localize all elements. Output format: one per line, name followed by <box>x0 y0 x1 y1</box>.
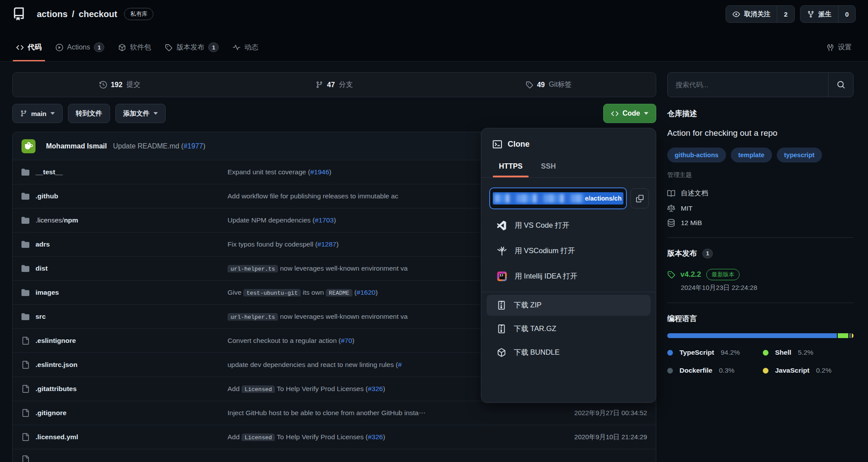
repo-name-link[interactable]: checkout <box>79 9 117 19</box>
manage-topics-link[interactable]: 管理主题 <box>667 171 854 179</box>
chevron-down-icon <box>50 112 55 115</box>
branch-icon <box>316 81 323 88</box>
unwatch-button[interactable]: 取消关注 2 <box>726 5 794 23</box>
tab-ssh[interactable]: SSH <box>541 155 556 177</box>
clone-header: Clone <box>481 128 656 149</box>
code-chip: Licensed <box>242 385 275 393</box>
license-link[interactable]: MIT <box>667 205 854 212</box>
open-with-item[interactable]: IJ用 Intellij IDEA 打开 <box>481 264 656 289</box>
commit-message[interactable]: Add Licensed To Help Verify Prod License… <box>228 433 542 441</box>
terminal-icon <box>493 140 502 149</box>
tab-actions-label: Actions <box>67 43 90 51</box>
visibility-badge: 私有库 <box>124 8 153 20</box>
branch-selector[interactable]: main <box>12 104 63 123</box>
add-file-button[interactable]: 添加文件 <box>115 104 166 123</box>
watchers-count[interactable]: 2 <box>777 6 794 22</box>
goto-file-button[interactable]: 转到文件 <box>68 104 110 123</box>
code-button[interactable]: Code <box>603 104 656 123</box>
table-row[interactable]: .gitignoreInject GitHub host to be able … <box>13 401 656 425</box>
search-input[interactable] <box>668 73 828 97</box>
entry-name[interactable]: .eslintignore <box>36 337 228 345</box>
description-heading: 仓库描述 <box>667 109 854 119</box>
table-row[interactable]: .licensed.ymlAdd Licensed To Help Verify… <box>13 425 656 449</box>
copy-url-button[interactable] <box>630 188 649 208</box>
entry-name[interactable]: .licenses/npm <box>36 216 228 224</box>
topic-chip[interactable]: template <box>731 148 772 162</box>
pr-link[interactable]: #70 <box>341 337 352 344</box>
tags-stat[interactable]: 49 Git标签 <box>441 80 656 89</box>
vscode-icon <box>497 221 507 230</box>
clone-dropdown: Clone HTTPS SSH e/actions/ch 用 VS Code 打… <box>481 128 656 403</box>
commit-message[interactable]: Inject GitHub host to be able to clone f… <box>228 409 542 417</box>
open-with-item[interactable]: 用 VSCodium 打开 <box>481 238 656 264</box>
download-item[interactable]: 下载 BUNDLE <box>487 342 651 363</box>
pr-link[interactable]: #1703 <box>315 216 334 224</box>
download-item[interactable]: 下载 TAR.GZ <box>487 318 651 339</box>
entry-name[interactable]: .github <box>36 192 228 200</box>
releases-count-badge: 1 <box>208 42 219 52</box>
history-icon <box>100 81 107 88</box>
fork-button[interactable]: 派生 0 <box>800 5 856 23</box>
commit-date: 2022年9月27日 00:34:52 <box>542 409 647 417</box>
commit-message[interactable]: Update README.md (#1977) <box>113 142 206 150</box>
tab-packages[interactable]: 软件包 <box>114 33 156 61</box>
tab-settings[interactable]: 设置 <box>822 33 857 61</box>
tab-actions[interactable]: Actions 1 <box>51 33 109 61</box>
search-icon <box>837 81 845 89</box>
tab-activity-label: 动态 <box>244 43 258 52</box>
forks-count[interactable]: 0 <box>838 6 855 22</box>
open-with-item[interactable]: 用 VS Code 打开 <box>481 213 656 238</box>
entry-name[interactable]: __test__ <box>36 168 228 176</box>
topic-chip[interactable]: github-actions <box>667 148 726 162</box>
pr-link[interactable]: #1977 <box>184 142 203 150</box>
folder-icon <box>21 313 29 321</box>
readme-label: 自述文档 <box>681 189 708 198</box>
entry-name[interactable]: adrs <box>36 240 228 248</box>
code-chip: url-helper.ts <box>228 313 278 321</box>
file-icon <box>21 455 29 462</box>
breadcrumb: actions / checkout <box>37 9 117 19</box>
table-row[interactable] <box>13 449 656 462</box>
clone-url-input[interactable]: e/actions/ch <box>489 187 627 209</box>
entry-name[interactable]: .gitattributes <box>36 385 228 393</box>
pr-link[interactable]: #1620 <box>356 289 375 296</box>
release-version-link[interactable]: v4.2.2 <box>680 270 701 279</box>
pr-link[interactable]: #1287 <box>317 240 336 248</box>
entry-name[interactable]: .licensed.yml <box>36 433 228 441</box>
language-legend-item[interactable]: JavaScript0.2% <box>763 367 854 374</box>
language-legend-item[interactable]: TypeScript94.2% <box>667 349 763 356</box>
commits-stat[interactable]: 192 提交 <box>13 80 227 89</box>
pr-link[interactable]: #326 <box>368 433 383 441</box>
repo-owner-link[interactable]: actions <box>37 9 68 19</box>
language-percent: 0.2% <box>816 367 831 374</box>
pr-link[interactable]: #1946 <box>310 168 329 176</box>
language-legend-item[interactable]: Shell5.2% <box>763 349 854 356</box>
code-chip: test-ubuntu-git <box>243 289 301 296</box>
tab-activity[interactable]: 动态 <box>228 33 263 61</box>
repo-tabs: 代码 Actions 1 软件包 版本发布 1 <box>0 33 868 61</box>
search-button[interactable] <box>828 73 853 97</box>
open-with-label: 用 VSCodium 打开 <box>515 246 575 256</box>
pr-link[interactable]: #326 <box>368 385 383 392</box>
topic-chip[interactable]: typescript <box>777 148 822 162</box>
readme-link[interactable]: 自述文档 <box>667 189 854 198</box>
pr-link[interactable]: # <box>398 361 402 368</box>
tab-releases[interactable]: 版本发布 1 <box>160 33 224 61</box>
language-legend-item[interactable]: Dockerfile0.3% <box>667 367 763 374</box>
entry-name[interactable]: .eslintrc.json <box>36 361 228 369</box>
language-dot <box>763 350 768 356</box>
avatar[interactable] <box>21 139 36 153</box>
language-bar[interactable] <box>667 333 854 338</box>
entry-name[interactable]: src <box>36 313 228 321</box>
tab-https[interactable]: HTTPS <box>499 155 523 177</box>
download-item[interactable]: 下载 ZIP <box>487 295 651 316</box>
idea-icon: IJ <box>497 272 507 281</box>
fork-icon <box>807 11 815 18</box>
branches-stat[interactable]: 47 分支 <box>227 80 441 89</box>
entry-name[interactable]: .gitignore <box>36 409 228 417</box>
entry-name[interactable]: dist <box>36 265 228 272</box>
entry-name[interactable]: images <box>36 289 228 296</box>
releases-heading[interactable]: 版本发布 <box>667 248 697 258</box>
commit-author[interactable]: Mohammad Ismail <box>46 142 107 150</box>
tab-code[interactable]: 代码 <box>11 33 46 61</box>
